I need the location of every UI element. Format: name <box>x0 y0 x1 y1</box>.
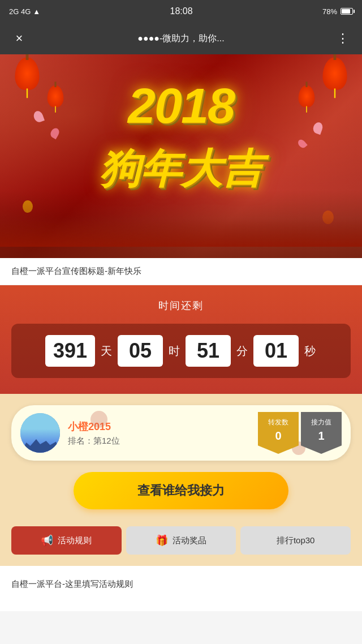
tab-section: 📢 活动规则 🎁 活动奖品 排行top30 <box>0 526 362 566</box>
minutes-unit: 分 <box>236 344 248 359</box>
slogan-display: 狗年大吉 <box>100 142 262 196</box>
close-button[interactable]: × <box>9 28 29 49</box>
countdown-timer: 391 天 05 时 51 分 01 秒 <box>11 324 351 378</box>
user-rank: 排名：第12位 <box>68 436 250 446</box>
forward-badge: 转发数 0 <box>258 412 299 454</box>
days-unit: 天 <box>101 344 112 359</box>
avatar <box>20 413 60 453</box>
tab-rules[interactable]: 📢 活动规则 <box>11 526 122 555</box>
relay-badge: 接力值 1 <box>301 412 342 454</box>
forward-value: 0 <box>275 430 281 443</box>
countdown-label: 时间还剩 <box>158 299 204 312</box>
relay-label: 接力值 <box>311 418 331 427</box>
rules-icon: 📢 <box>41 534 53 547</box>
seconds-unit: 秒 <box>304 344 316 359</box>
banner-image: 2018 狗年大吉 <box>0 54 362 258</box>
battery-icon <box>341 8 353 15</box>
lantern-decoration-3 <box>48 85 64 107</box>
content-area: 自橙一派平台-这里填写活动规则 <box>0 566 362 611</box>
network-type: 2G 4G <box>9 7 31 16</box>
seconds-value: 01 <box>253 335 299 367</box>
status-bar: 2G 4G ▲ 18:08 78% <box>0 0 362 23</box>
cta-section: 查看谁给我接力 <box>0 472 362 526</box>
caption-text: 自橙一派平台宣传图标题-新年快乐 <box>11 266 141 276</box>
forward-label: 转发数 <box>268 418 288 427</box>
tab-rank[interactable]: 排行top30 <box>240 526 351 555</box>
banner-caption: 自橙一派平台宣传图标题-新年快乐 <box>0 258 362 285</box>
more-button[interactable]: ⋮ <box>333 28 353 49</box>
user-section: 小橙2015 排名：第12位 转发数 0 接力值 1 <box>0 394 362 472</box>
relay-value: 1 <box>318 430 324 443</box>
tab-prizes[interactable]: 🎁 活动奖品 <box>126 526 236 555</box>
signal-indicators: 2G 4G ▲ <box>9 7 40 16</box>
days-value: 391 <box>45 335 95 367</box>
page-title: ●●●●-微助力，助你... <box>36 33 326 45</box>
wifi-icon: ▲ <box>33 7 40 16</box>
clock: 18:08 <box>170 6 193 16</box>
minutes-value: 51 <box>186 335 231 367</box>
hours-value: 05 <box>118 335 163 367</box>
cta-button[interactable]: 查看谁给我接力 <box>74 472 288 509</box>
lantern-decoration-4 <box>299 85 315 107</box>
nav-bar: × ●●●●-微助力，助你... ⋮ <box>0 23 362 54</box>
tab-prizes-label: 活动奖品 <box>173 535 206 546</box>
content-text: 自橙一派平台-这里填写活动规则 <box>11 577 351 591</box>
prizes-icon: 🎁 <box>156 534 168 547</box>
year-display: 2018 <box>128 77 234 135</box>
battery-area: 78% <box>322 7 353 16</box>
battery-percent: 78% <box>322 7 337 16</box>
tab-rules-label: 活动规则 <box>58 535 92 546</box>
hours-unit: 时 <box>169 344 180 359</box>
tab-rank-label: 排行top30 <box>277 535 315 546</box>
countdown-section: 时间还剩 391 天 05 时 51 分 01 秒 <box>0 285 362 394</box>
